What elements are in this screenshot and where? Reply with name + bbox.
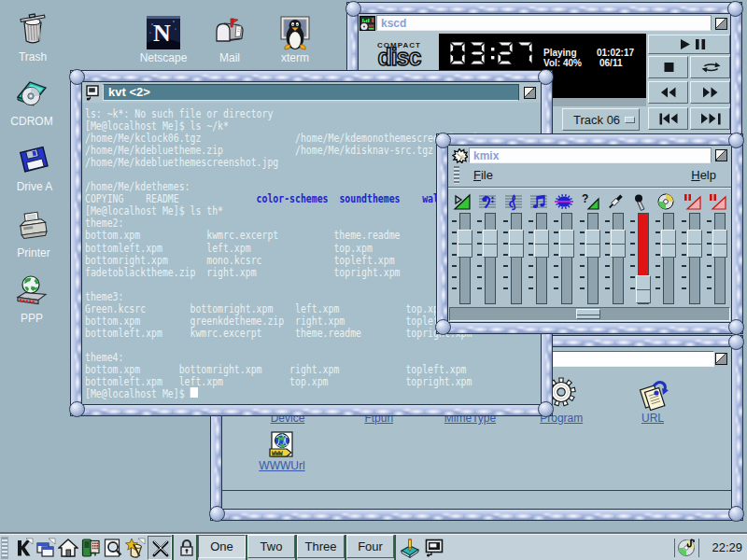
kscd-window-icon[interactable]	[359, 16, 375, 31]
kmix-channel-icon-mute2[interactable]	[708, 192, 726, 211]
kmix-channel-handle[interactable]	[585, 230, 600, 258]
kfm-location-toggle-icon[interactable]	[715, 353, 727, 365]
kmix-channel-handle[interactable]	[534, 230, 549, 258]
kvt-window-icon[interactable]	[86, 85, 99, 101]
panel-hide-handle[interactable]	[1, 537, 8, 559]
kscd-border-right[interactable]	[730, 2, 742, 149]
desktop-button-three[interactable]: Three	[297, 535, 345, 558]
kmix-channel-handle[interactable]	[458, 230, 472, 258]
kscd-titlebar[interactable]: kscd	[376, 15, 712, 31]
kmix-channel-icon-bass[interactable]	[478, 192, 497, 211]
desktop-icon-xterm[interactable]	[279, 15, 311, 54]
kvt-corner-bl[interactable]	[69, 401, 85, 417]
kscd-prev-track-button[interactable]	[648, 107, 688, 130]
desktop-icon-mail[interactable]	[213, 17, 247, 52]
kmix-border-left[interactable]	[436, 133, 448, 334]
kmix-border-bottom[interactable]	[436, 322, 743, 334]
kfm-icon-url[interactable]	[637, 377, 669, 414]
kmix-menu-file[interactable]: File	[473, 168, 493, 182]
kmix-channel-icon-mute1[interactable]	[683, 192, 701, 211]
kmix-channel-track[interactable]	[587, 213, 599, 304]
kmix-channel-track[interactable]	[613, 213, 624, 304]
panel-kscd-tray-icon[interactable]	[677, 538, 699, 560]
kvt-corner-tr[interactable]	[538, 69, 554, 85]
desktop-label-mail[interactable]: Mail	[219, 51, 240, 64]
desktop-icon-printer[interactable]	[17, 211, 50, 245]
kmix-channel-icon-cd[interactable]	[656, 192, 675, 211]
panel-xkill-button[interactable]	[148, 536, 172, 560]
kmix-channel-track[interactable]	[561, 213, 572, 304]
panel-utilities-button[interactable]	[80, 538, 103, 560]
kfm-label-wwwurl[interactable]: WWWUrl	[259, 459, 304, 472]
kmix-channel-icon-volume[interactable]	[453, 192, 472, 211]
desktop-icon-netscape[interactable]: N	[147, 16, 180, 53]
kvt-border-top[interactable]	[70, 70, 553, 82]
kfm-border-right[interactable]	[731, 335, 743, 521]
kmix-channel-icon-wave[interactable]	[555, 192, 573, 211]
kmix-channel-track[interactable]	[485, 213, 496, 304]
kscd-track-selector[interactable]: Track 06	[562, 108, 640, 131]
kmix-channel-icon-treble[interactable]	[504, 192, 523, 211]
desktop-label-trash[interactable]: Trash	[19, 50, 47, 63]
panel-trash-button[interactable]	[124, 538, 147, 560]
kvt-corner-tl[interactable]	[69, 69, 85, 85]
panel-notes-button[interactable]	[400, 538, 422, 560]
kmix-channel-track[interactable]	[536, 213, 547, 304]
kscd-play-pause-button[interactable]	[648, 35, 730, 54]
kscd-corner-tr[interactable]	[727, 1, 743, 17]
desktop-icon-ppp[interactable]	[16, 274, 48, 312]
kmix-channel-track[interactable]	[459, 213, 471, 304]
kmix-corner-tr[interactable]	[728, 133, 744, 148]
kmix-channel-handle[interactable]	[509, 230, 524, 258]
kvt-titlebar[interactable]: kvt <2>	[103, 84, 519, 101]
kmix-border-right[interactable]	[731, 133, 743, 334]
desktop-button-four[interactable]: Four	[346, 535, 394, 558]
desktop-label-cdrom[interactable]: CDROM	[10, 115, 52, 128]
desktop-label-netscape[interactable]: Netscape	[140, 51, 188, 64]
desktop-button-one[interactable]: One	[198, 535, 246, 558]
kmix-channel-track[interactable]	[689, 213, 700, 304]
kmix-menubar-handle[interactable]	[454, 166, 459, 184]
desktop-icon-drive_a[interactable]	[19, 146, 50, 177]
kscd-next-track-button[interactable]	[690, 107, 730, 130]
panel-home-button[interactable]	[58, 538, 80, 560]
kfm-corner-br[interactable]	[728, 506, 744, 522]
desktop-label-printer[interactable]: Printer	[17, 246, 49, 259]
kscd-stop-button[interactable]	[648, 56, 688, 78]
kmix-channel-track[interactable]	[511, 213, 522, 304]
desktop-icon-cdrom[interactable]	[16, 78, 48, 114]
kmix-border-top[interactable]	[436, 133, 743, 146]
kvt-border-left[interactable]	[70, 70, 82, 416]
kmix-channel-handle[interactable]	[712, 230, 727, 258]
panel-terminal-button[interactable]	[424, 538, 446, 560]
panel-find-files-button[interactable]	[103, 538, 125, 560]
kscd-border-top[interactable]	[346, 2, 742, 14]
kvt-corner-br[interactable]	[538, 401, 554, 417]
desktop-label-ppp[interactable]: PPP	[21, 312, 43, 325]
kfm-corner-bl[interactable]	[209, 506, 225, 522]
kmix-corner-bl[interactable]	[435, 319, 451, 335]
panel-window-list-button[interactable]	[35, 538, 58, 560]
kmix-channel-track[interactable]	[663, 213, 674, 304]
kmix-titlebar[interactable]: kmix	[469, 147, 712, 163]
desktop-button-two[interactable]: Two	[247, 535, 295, 558]
kscd-loop-button[interactable]	[690, 56, 730, 78]
kfm-corner-tr[interactable]	[728, 334, 744, 350]
kmix-maximize-button[interactable]	[715, 149, 727, 161]
kmix-menu-help[interactable]: Help	[691, 168, 716, 182]
kfm-label-url[interactable]: URL	[641, 412, 664, 425]
kscd-rewind-button[interactable]	[648, 81, 688, 104]
kmix-scrollbar-handle[interactable]	[576, 309, 600, 319]
desktop-label-xterm[interactable]: xterm	[281, 51, 309, 64]
desktop-label-drive_a[interactable]: Drive A	[17, 180, 53, 193]
kmix-channel-handle[interactable]	[559, 230, 574, 258]
kfm-border-bottom[interactable]	[210, 509, 743, 521]
kmix-channel-track[interactable]	[714, 213, 726, 304]
kmix-channel-handle[interactable]	[611, 230, 626, 258]
kmix-channel-handle[interactable]	[636, 275, 651, 303]
kmix-channel-icon-line[interactable]	[606, 192, 625, 211]
kmix-channel-handle[interactable]	[661, 230, 676, 258]
kmix-channel-handle[interactable]	[687, 230, 702, 258]
kscd-corner-tl[interactable]	[345, 1, 361, 17]
kmix-channel-icon-unknown[interactable]: ?	[581, 192, 599, 211]
